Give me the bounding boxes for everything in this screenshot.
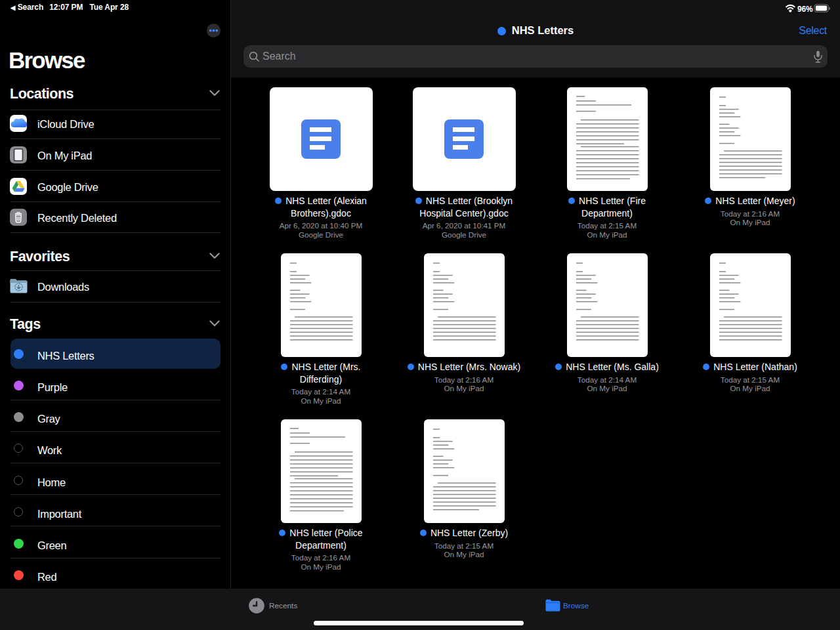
- svg-text:96%: 96%: [797, 5, 813, 13]
